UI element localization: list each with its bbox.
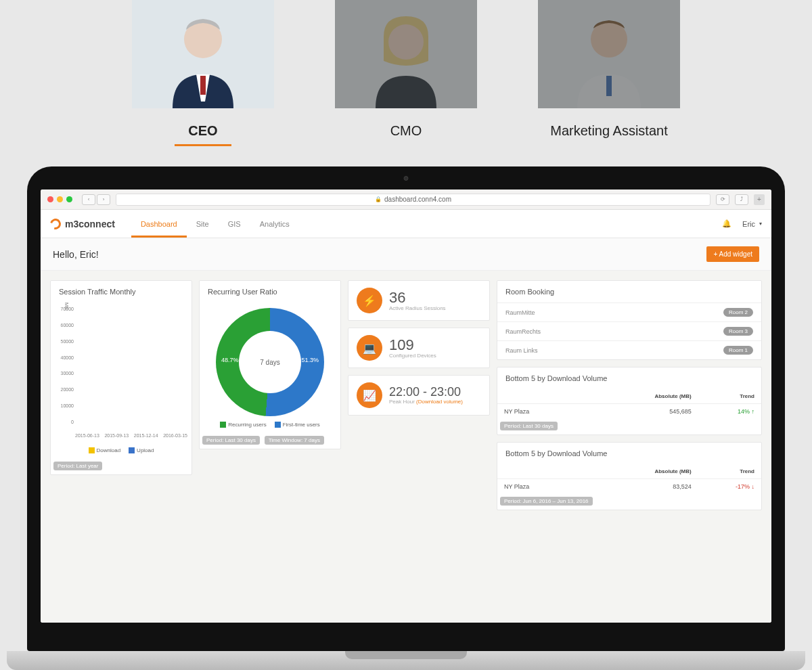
plug-icon: ⚡ [357,288,382,313]
kpi-active-sessions[interactable]: ⚡ 36 Active Radius Sessions [348,280,490,321]
kpi-value: 109 [389,337,436,353]
notifications-button[interactable]: 🔔 [711,210,742,238]
url-host: dashboard.conn4.com [384,196,451,203]
recurring-users-card[interactable]: Recurring User Ratio 48.7% 51.3% 7 days … [199,280,341,449]
table-header: Absolute (MB) Trend [497,464,761,479]
nav-dashboard[interactable]: Dashboard [131,210,187,238]
persona-photo [132,0,274,108]
donut-chart: 48.7% 51.3% 7 days [200,303,340,419]
room-name: RaumRechts [505,328,541,335]
greeting-bar: Hello, Eric! + Add widget [41,238,771,271]
persona-label: Marketing Assistant [537,118,681,144]
period-chip: Period: Last year [53,462,102,470]
table-row[interactable]: NY Plaza 545,685 14% ↑ [497,404,761,419]
table-row[interactable]: NY Plaza 83,524 -17% ↓ [497,479,761,494]
y-axis-ticks: 700006000050000400003000020000100000 [53,307,74,424]
period-chip: Period: Last 30 days [202,436,260,445]
persona-cmo[interactable]: CMO [328,0,484,146]
row-trend: -17% ↓ [698,479,761,494]
bottom5-card-1[interactable]: Bottom 5 by Download Volume Absolute (MB… [497,367,762,435]
new-tab-button[interactable]: + [754,194,765,205]
row-abs: 83,524 [610,479,698,494]
back-button[interactable]: ‹ [82,194,95,205]
minimize-dot[interactable] [57,196,63,202]
nav-gis[interactable]: GIS [219,210,250,238]
kpi-subtext: Peak Hour (Download volume) [389,399,463,405]
room-row[interactable]: RaumRechts Room 3 [497,321,761,340]
svg-rect-3 [335,0,477,108]
room-badge: Room 1 [723,346,753,355]
app-header: m3connect Dashboard Site GIS Analytics 🔔… [41,210,771,238]
laptop-notch [345,651,467,659]
session-traffic-card[interactable]: Session Traffic Monthly MB 7000060000500… [50,280,192,475]
persona-marketing-assistant[interactable]: Marketing Assistant [531,0,687,146]
card-title: Bottom 5 by Download Volume [497,443,761,464]
persona-photo [538,0,680,108]
room-name: Raum Links [505,347,538,354]
persona-label: CMO [377,118,436,144]
window-chip: Time Window: 7 days [265,436,324,445]
dashboard: Session Traffic Monthly MB 7000060000500… [41,271,771,623]
maximize-dot[interactable] [66,196,72,202]
session-traffic-chart: MB 700006000050000400003000020000100000 … [51,303,191,445]
kpi-peak-hour[interactable]: 📈 22:00 - 23:00 Peak Hour (Download volu… [348,375,490,416]
kpi-subtext: Configured Devices [389,353,436,359]
card-title: Bottom 5 by Download Volume [497,367,761,389]
row-name: NY Plaza [497,404,610,419]
arrow-up-icon: ↑ [752,408,755,415]
donut-center-label: 7 days [216,308,324,416]
laptop-mockup: ‹ › 🔒 dashboard.conn4.com ⟳ ⤴ + m3connec… [27,166,785,670]
persona-label: CEO [175,118,231,146]
laptop-base [7,651,805,670]
nav-site[interactable]: Site [187,210,219,238]
arrow-down-icon: ↓ [752,483,755,490]
lock-icon: 🔒 [375,196,382,202]
row-name: NY Plaza [497,479,610,494]
user-name: Eric [742,220,755,228]
chart-legend: Recurring users First-time users [200,419,340,433]
brand-swirl-icon [48,217,63,231]
reload-button[interactable]: ⟳ [716,194,729,205]
window-controls[interactable] [47,196,72,202]
chart-bars [75,307,187,424]
card-title: Session Traffic Monthly [51,281,191,303]
chart-legend: Download Upload [51,445,191,459]
brand[interactable]: m3connect [50,210,115,238]
room-badge: Room 3 [723,327,753,336]
persona-photo [335,0,477,108]
svg-point-4 [388,24,424,60]
add-widget-button[interactable]: + Add widget [706,246,759,262]
user-menu[interactable]: Eric ▾ [742,210,762,238]
kpi-configured-devices[interactable]: 💻 109 Configured Devices [348,328,490,368]
svg-point-6 [591,21,627,58]
bell-icon: 🔔 [722,219,731,228]
svg-rect-7 [606,76,612,96]
address-bar[interactable]: 🔒 dashboard.conn4.com [116,194,710,206]
card-title: Room Booking [497,281,761,303]
kpi-sub-link[interactable]: (Download volume) [416,399,463,405]
room-badge: Room 2 [723,308,753,317]
room-booking-card[interactable]: Room Booking RaumMitte Room 2 RaumRechts… [497,280,762,360]
chevron-down-icon: ▾ [759,221,762,227]
row-trend: 14% ↑ [698,404,761,419]
persona-tabs: CEO CMO Marketing Assistant [0,0,812,146]
nav-analytics[interactable]: Analytics [250,210,299,238]
brand-name: m3connect [65,219,115,229]
room-row[interactable]: RaumMitte Room 2 [497,303,761,321]
laptop-icon: 💻 [357,335,382,361]
kpi-value: 22:00 - 23:00 [389,386,463,399]
share-button[interactable]: ⤴ [735,194,748,205]
svg-rect-5 [538,0,680,108]
browser-chrome: ‹ › 🔒 dashboard.conn4.com ⟳ ⤴ + [41,189,771,210]
persona-ceo[interactable]: CEO [125,0,281,146]
close-dot[interactable] [47,196,53,202]
room-name: RaumMitte [505,309,535,316]
svg-rect-2 [200,76,206,95]
forward-button[interactable]: › [97,194,110,205]
room-row[interactable]: Raum Links Room 1 [497,340,761,359]
period-chip: Period: Last 30 days [500,422,558,430]
bottom5-card-2[interactable]: Bottom 5 by Download Volume Absolute (MB… [497,442,762,510]
card-title: Recurring User Ratio [200,281,340,303]
chart-icon: 📈 [357,382,382,408]
kpi-subtext: Active Radius Sessions [389,305,446,311]
